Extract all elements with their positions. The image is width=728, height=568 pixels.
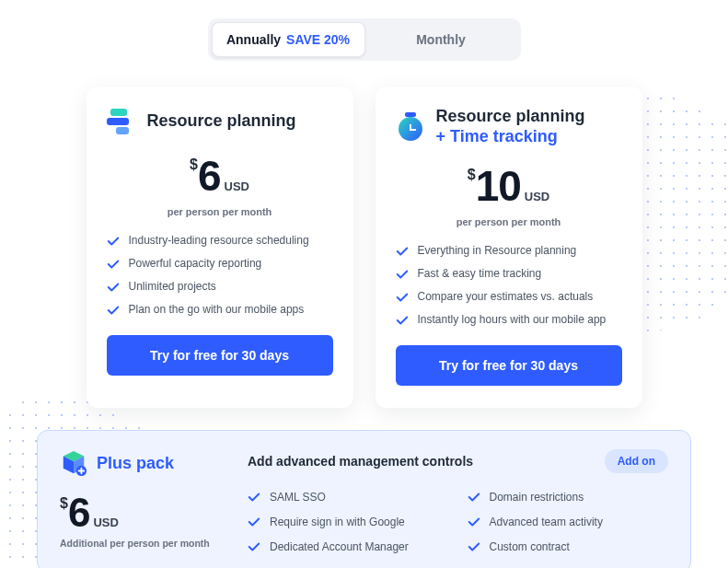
check-icon [468,540,480,553]
price-usd: USD [525,190,549,203]
feature-text: SAML SSO [270,491,326,504]
plan-features: Industry-leading resource scheduling Pow… [107,234,333,317]
check-icon [107,304,120,317]
plan-features: Everything in Resource planning Fast & e… [396,244,622,327]
feature-item: Advanced team activity [468,515,669,528]
feature-item: Dedicated Account Manager [248,539,449,553]
plus-pack-features: SAML SSO Domain restrictions Require sig… [248,490,668,553]
price-currency: $ [468,167,476,182]
plan-price: $10USD [396,161,622,211]
feature-item: Compare your estimates vs. actuals [396,290,622,304]
feature-item: Industry-leading resource scheduling [107,234,333,248]
bars-icon [107,107,136,136]
toggle-annual-label: Annually [226,32,281,47]
price-usd: USD [93,516,118,529]
check-icon [396,268,409,281]
billing-toggle: Annually SAVE 20% Monthly [208,18,521,61]
plan-title-line1: Resource planning [436,107,585,125]
feature-item: Unlimited projects [107,280,333,294]
plus-pack-price: $6USD [60,490,225,536]
feature-item: Fast & easy time tracking [396,267,622,281]
feature-item: SAML SSO [248,490,449,504]
check-icon [248,516,260,528]
plus-pack-desc: Add advanced management controls [248,454,473,469]
plus-pack-right: Add advanced management controls Add on … [248,449,668,553]
feature-item: Custom contract [468,539,669,553]
plan-card-time-tracking: Resource planning + Time tracking $10USD… [376,87,642,408]
stopwatch-icon [396,112,425,142]
feature-item: Everything in Resource planning [396,244,622,258]
check-icon [396,314,409,327]
plan-cards: Resource planning $6USD per person per m… [0,87,728,408]
price-currency: $ [190,156,198,172]
check-icon [468,516,480,528]
plus-pack-left: Plus pack $6USD Additional per person pe… [60,449,225,553]
plus-pack-title: Plus pack [97,454,174,473]
feature-text: Advanced team activity [490,516,603,528]
feature-item: Domain restrictions [468,490,669,504]
price-amount: 6 [198,152,221,200]
check-icon [396,245,409,258]
toggle-monthly-label: Monthly [416,32,466,47]
check-icon [248,540,260,553]
plan-title-line2: + Time tracking [436,127,558,145]
feature-text: Require sign in with Google [270,516,405,528]
feature-text: Plan on the go with our mobile apps [129,303,305,316]
addon-badge: Add on [605,449,668,473]
feature-text: Fast & easy time tracking [418,267,542,280]
feature-text: Instantly log hours with our mobile app [418,313,607,326]
price-per: per person per month [107,206,333,217]
price-per: per person per month [396,216,622,227]
feature-item: Plan on the go with our mobile apps [107,303,333,317]
check-icon [248,491,260,504]
feature-item: Require sign in with Google [248,515,449,528]
plan-title: Resource planning [147,111,296,132]
check-icon [107,258,120,271]
feature-text: Everything in Resource planning [418,244,577,257]
cube-plus-icon [60,449,87,477]
price-usd: USD [225,180,249,193]
feature-text: Dedicated Account Manager [270,540,409,553]
plus-pack-card: Plus pack $6USD Additional per person pe… [37,430,691,568]
feature-text: Powerful capacity reporting [129,257,262,270]
cta-button[interactable]: Try for free for 30 days [396,345,622,386]
feature-text: Domain restrictions [490,491,584,504]
check-icon [107,235,120,248]
plan-title: Resource planning + Time tracking [436,107,585,146]
toggle-annual-save: SAVE 20% [286,32,350,47]
price-amount: 6 [68,490,89,535]
check-icon [468,491,480,504]
plus-pack-per: Additional per person per month [60,538,225,549]
feature-text: Compare your estimates vs. actuals [418,290,594,303]
feature-item: Powerful capacity reporting [107,257,333,271]
plan-title-line1: Resource planning [147,111,296,130]
price-currency: $ [60,495,68,511]
check-icon [107,281,120,294]
price-amount: 10 [476,162,521,210]
cta-button[interactable]: Try for free for 30 days [107,335,333,376]
check-icon [396,291,409,304]
plan-card-resource-planning: Resource planning $6USD per person per m… [87,87,353,408]
feature-text: Industry-leading resource scheduling [129,234,309,247]
toggle-monthly[interactable]: Monthly [365,22,517,57]
feature-item: Instantly log hours with our mobile app [396,313,622,327]
feature-text: Unlimited projects [129,280,216,293]
toggle-annual[interactable]: Annually SAVE 20% [212,22,365,57]
plan-price: $6USD [107,151,333,201]
feature-text: Custom contract [490,540,570,553]
